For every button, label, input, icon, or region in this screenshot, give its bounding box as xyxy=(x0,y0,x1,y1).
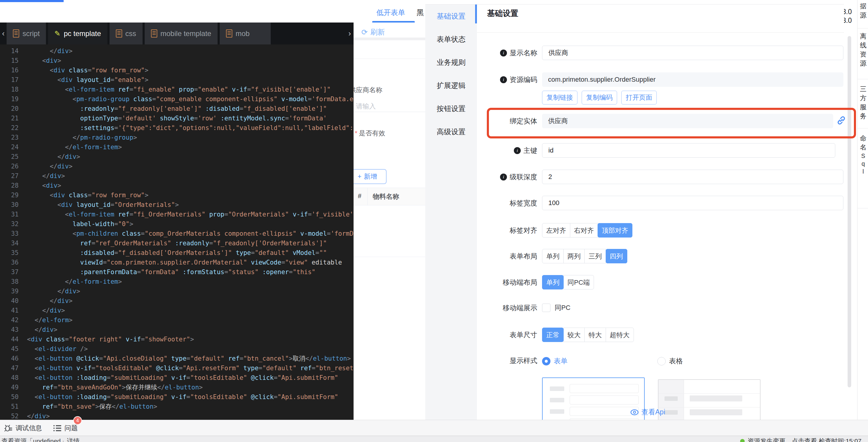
editor-tab-script[interactable]: script xyxy=(7,23,46,45)
sidebar-tab-char: 线 xyxy=(860,41,867,50)
line-number: 34 xyxy=(0,238,27,248)
tabs-scroll-left-icon[interactable]: ‹ xyxy=(0,23,7,45)
segment-option-同PC端[interactable]: 同PC端 xyxy=(563,275,594,290)
cascade-depth-input[interactable]: 2 xyxy=(542,170,843,184)
segment-option-超特大[interactable]: 超特大 xyxy=(606,328,634,342)
segment-option-单列[interactable]: 单列 xyxy=(542,275,564,290)
status-left-link[interactable]: 查看资源「undefined」详情 xyxy=(1,437,80,442)
line-number: 26 xyxy=(0,161,27,171)
segment-option-顶部对齐[interactable]: 顶部对齐 xyxy=(597,223,632,237)
code-text: </div> xyxy=(27,306,65,315)
segment-option-单列[interactable]: 单列 xyxy=(542,249,564,263)
code-line: 18 <el-form-item ref="fi_enable" prop="e… xyxy=(0,85,353,94)
segment-option-右对齐[interactable]: 右对齐 xyxy=(570,223,598,237)
code-text: <el-button v-if="toolsEditable" @click="… xyxy=(27,363,353,373)
settings-nav-item-扩展逻辑[interactable]: 扩展逻辑 xyxy=(425,74,477,97)
editor-tab-mobile-template[interactable]: mobile template xyxy=(145,23,218,45)
sidebar-tab-char: 据 xyxy=(860,2,867,11)
add-row-label: 新增 xyxy=(364,172,377,181)
bind-entity-input[interactable]: 供应商 xyxy=(542,114,833,128)
display-style-option-表单[interactable]: 表单 xyxy=(542,356,567,366)
line-number: 30 xyxy=(0,200,27,210)
tabs-scroll-right-icon[interactable]: › xyxy=(346,23,353,45)
code-text: <el-button :loading="submitLoading" v-if… xyxy=(27,373,338,383)
editor-tab-pc-template[interactable]: ✎pc template xyxy=(48,23,107,45)
skeleton-value-bar xyxy=(690,395,742,402)
same-as-pc-label: 同PC xyxy=(555,303,570,312)
code-line: 15 <div> xyxy=(0,56,353,65)
tab-lowcode-form[interactable]: 低开表单 xyxy=(376,8,405,18)
line-number: 25 xyxy=(0,152,27,161)
settings-nav-item-按钮设置[interactable]: 按钮设置 xyxy=(425,97,477,120)
line-number: 29 xyxy=(0,190,27,200)
sidebar-tab-离线资源[interactable]: 离线资源 xyxy=(859,32,867,68)
resource-button-打开页面[interactable]: 打开页面 xyxy=(621,91,657,105)
display-style-option-表格[interactable]: 表格 xyxy=(657,356,683,366)
add-row-button[interactable]: + 新增 xyxy=(353,169,386,184)
sidebar-tab-char: 源 xyxy=(860,11,867,20)
code-text: :parentFormData="formData" :formStatus="… xyxy=(27,267,315,277)
code-area[interactable]: 14 </div>15 <div>16 <div class="row form… xyxy=(0,45,353,420)
code-text: <el-button :loading="submitLoading" v-if… xyxy=(27,392,338,402)
link-chain-icon[interactable] xyxy=(836,115,847,126)
code-text: </div> xyxy=(27,46,73,56)
display-name-input[interactable]: 供应商 xyxy=(542,46,843,60)
code-text: </el-form-item> xyxy=(27,277,122,287)
code-line: 44<div class="footer right" v-if="showFo… xyxy=(0,334,353,344)
refresh-button[interactable]: ⟳ 刷新 xyxy=(361,27,385,37)
segment-option-特大[interactable]: 特大 xyxy=(584,328,606,342)
settings-scrollbar[interactable] xyxy=(847,36,851,387)
primary-key-input[interactable]: id xyxy=(542,143,835,158)
settings-nav-item-业务规则[interactable]: 业务规则 xyxy=(425,51,477,74)
segment-option-较大[interactable]: 较大 xyxy=(563,328,585,342)
segment-option-左对齐[interactable]: 左对齐 xyxy=(542,223,570,237)
editor-tab-css[interactable]: css xyxy=(110,23,143,45)
sidebar-tab-命名Sql[interactable]: 命名Sql xyxy=(859,134,867,175)
editor-tab-label: script xyxy=(23,29,40,38)
sidebar-tab-char: 离 xyxy=(860,32,867,41)
radio-icon xyxy=(657,357,666,365)
resource-button-复制链接[interactable]: 复制链接 xyxy=(542,91,578,105)
code-line: 17 <div layout_id="enable"> xyxy=(0,75,353,85)
sidebar-tab-char: 名 xyxy=(860,143,867,152)
sidebar-tab-据源[interactable]: 据源 xyxy=(859,2,867,20)
segment-option-两列[interactable]: 两列 xyxy=(563,249,585,263)
line-number: 20 xyxy=(0,104,27,114)
same-as-pc-checkbox[interactable] xyxy=(542,303,551,312)
problems-label: 问题 xyxy=(65,424,78,433)
status-right-message[interactable]: 资源发生变更，点击查看 检查时间:15:07 xyxy=(740,437,861,442)
skeleton-label xyxy=(664,410,678,415)
label-width-input[interactable]: 100 xyxy=(542,196,843,210)
code-line: 24 </el-form-item> xyxy=(0,142,353,152)
skeleton-label xyxy=(550,409,564,414)
code-text: </div> xyxy=(27,171,65,181)
segment-option-三列[interactable]: 三列 xyxy=(584,249,606,263)
resource-button-复制编码[interactable]: 复制编码 xyxy=(582,91,617,105)
code-editor: ‹ script✎pc templatecssmobile templatemo… xyxy=(0,23,353,420)
line-number: 47 xyxy=(0,363,27,373)
line-number: 44 xyxy=(0,334,27,344)
debug-info-label: 调试信息 xyxy=(16,424,42,433)
line-number: 35 xyxy=(0,248,27,258)
debug-info-button[interactable]: 调试信息 xyxy=(4,420,42,436)
settings-nav-item-基础设置[interactable]: 基础设置 xyxy=(425,4,477,28)
panel-title: 基础设置 xyxy=(487,8,518,19)
supplier-name-label: 供应商名称 xyxy=(353,86,382,95)
code-text: <div layout_id="OrderMaterials"> xyxy=(27,200,179,210)
settings-nav-item-表单状态[interactable]: 表单状态 xyxy=(425,28,477,51)
settings-nav-item-高级设置[interactable]: 高级设置 xyxy=(425,120,477,143)
tab-partial-hidden[interactable]: 黑 xyxy=(416,8,424,18)
line-number: 52 xyxy=(0,411,27,420)
segment-option-四列[interactable]: 四列 xyxy=(606,249,627,263)
code-line: 47 <el-button v-if="toolsEditable" @clic… xyxy=(0,363,353,373)
code-line: 45 <el-divider /> xyxy=(0,344,353,354)
sidebar-tab-三方服务[interactable]: 三方服务 xyxy=(859,85,867,121)
code-text: <el-button @click="Api.closeDialog" type… xyxy=(27,354,351,363)
editor-tab-mob[interactable]: mob xyxy=(220,23,271,45)
supplier-name-input[interactable]: 请输入 xyxy=(356,102,376,111)
segment-option-正常[interactable]: 正常 xyxy=(542,328,564,342)
code-line: 35 :disabled="f_disabled['OrderMaterials… xyxy=(0,248,353,258)
view-api-link[interactable]: 查看Api xyxy=(630,408,665,417)
code-text: ref="ref_OrderMaterials" :readonly="f_re… xyxy=(27,238,327,248)
skeleton-input xyxy=(570,395,639,405)
